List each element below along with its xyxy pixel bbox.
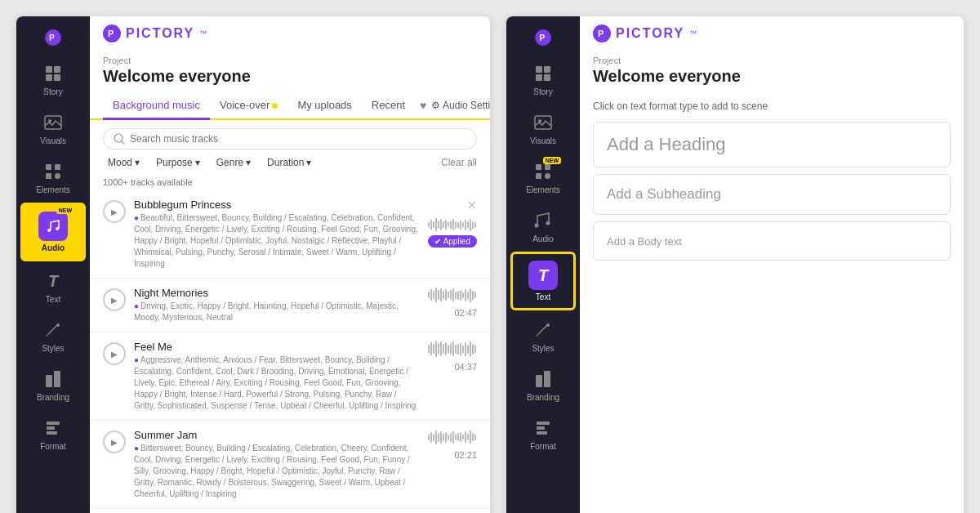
sidebar-item-format-right[interactable]: Format (510, 410, 576, 457)
right-project-title: Welcome everyone (593, 67, 951, 86)
tab-voice-over[interactable]: Voice-over (210, 92, 287, 120)
track-tags-2: ●Aggressive, Anthemic, Anxious / Fear, B… (134, 355, 420, 412)
track-play-btn-0[interactable]: ▶ (103, 200, 126, 223)
tab-my-uploads[interactable]: My uploads (287, 92, 361, 120)
table-row[interactable]: ▶ Night Memories ●Driving, Exotic, Happy… (90, 279, 490, 332)
heading-label: Add a Heading (607, 134, 726, 154)
left-project-title: Welcome everyone (103, 67, 477, 86)
audio-settings-btn[interactable]: ⚙ Audio Settings (431, 100, 490, 111)
tab-background-music[interactable]: Background music (103, 92, 210, 120)
right-panel-hint: Click on text format type to add to scen… (580, 92, 964, 122)
search-input[interactable] (130, 133, 466, 145)
audio-new-badge-left: NEW (56, 207, 74, 214)
sidebar-item-elements-right[interactable]: NEW Elements (510, 154, 576, 201)
audio-icon-wrap-left: NEW (38, 212, 68, 241)
elements-icon-right: NEW (532, 160, 555, 183)
track-tags-1: ●Driving, Exotic, Happy / Bright, Haunti… (134, 301, 420, 323)
track-play-btn-2[interactable]: ▶ (103, 342, 126, 365)
svg-rect-15 (46, 375, 52, 387)
styles-icon-left (42, 319, 65, 341)
tab-heart[interactable]: ♥ (415, 92, 431, 118)
svg-point-37 (546, 323, 550, 327)
sidebar-item-branding-left[interactable]: Branding (20, 361, 86, 408)
sidebar-label-elements-right: Elements (526, 185, 560, 194)
sidebar-label-audio-right: Audio (532, 234, 554, 243)
table-row[interactable]: ▶ Feel Me ●Aggressive, Anthemic, Anxious… (90, 332, 490, 421)
svg-rect-16 (54, 371, 60, 387)
pictory-tm-left: ™ (199, 29, 207, 38)
clear-all-btn[interactable]: Clear all (441, 157, 477, 168)
track-close-0[interactable]: ✕ (467, 199, 477, 212)
track-info-2: Feel Me ●Aggressive, Anthemic, Anxious /… (134, 341, 420, 412)
waveform-1 (428, 287, 477, 303)
svg-text:P: P (49, 33, 55, 42)
story-icon-left (42, 62, 65, 85)
table-row[interactable]: ▶ Bubblegum Princess ●Beautiful, Bitters… (90, 190, 490, 279)
elements-icon-left (42, 160, 65, 183)
svg-rect-39 (544, 371, 550, 387)
svg-rect-4 (46, 74, 52, 81)
waveform-2 (428, 341, 477, 357)
sidebar-item-story-left[interactable]: Story (20, 56, 86, 103)
svg-rect-32 (545, 164, 550, 170)
sidebar-item-branding-right[interactable]: Branding (510, 361, 576, 408)
sidebar-item-audio-left[interactable]: NEW Audio (20, 203, 86, 261)
filter-purpose[interactable]: Purpose ▾ (151, 154, 205, 171)
sidebar-item-text-left[interactable]: T Text (20, 263, 86, 310)
track-list: ▶ Bubblegum Princess ●Beautiful, Bitters… (90, 190, 490, 513)
tab-recent[interactable]: Recent (362, 92, 415, 120)
sidebar-label-audio-left: Audio (42, 243, 65, 252)
waveform-0 (428, 216, 477, 233)
left-panel-content: P PICTORY™ Project Welcome everyone Back… (90, 16, 490, 513)
sidebar-item-styles-right[interactable]: Styles (510, 312, 576, 359)
tracks-count: 1000+ tracks available (90, 177, 490, 190)
table-row[interactable]: ▶ After Sunset ●Anthemic, Bittersweet, B… (90, 509, 490, 513)
sidebar-item-visuals-right[interactable]: Visuals (510, 105, 576, 152)
track-right-1: 02:47 (428, 287, 477, 318)
pictory-logo-icon-right: P (535, 29, 551, 46)
text-format-list: Add a Heading Add a Subheading Add a Bod… (580, 122, 964, 261)
table-row[interactable]: ▶ Summer Jam ●Bittersweet, Bouncy, Build… (90, 421, 490, 509)
left-project-header: Project Welcome everyone (90, 46, 490, 92)
right-logo: P (535, 23, 551, 54)
voice-over-dot (272, 103, 278, 109)
pictory-tm-right: ™ (689, 29, 697, 38)
text-format-subheading[interactable]: Add a Subheading (593, 174, 951, 215)
sidebar-item-elements-left[interactable]: Elements (20, 154, 86, 201)
sidebar-label-styles-left: Styles (42, 344, 64, 353)
sidebar-label-visuals-right: Visuals (530, 136, 556, 145)
filter-genre[interactable]: Genre ▾ (212, 154, 256, 171)
visuals-icon-left (42, 111, 65, 134)
sidebar-item-format-left[interactable]: Format (20, 410, 86, 457)
sidebar-label-elements-left: Elements (36, 185, 70, 194)
track-duration-1: 02:47 (454, 308, 477, 318)
left-sidebar: P Story (16, 16, 90, 513)
svg-rect-19 (47, 431, 57, 435)
elements-new-badge-right: NEW (543, 157, 561, 164)
sidebar-item-text-right[interactable]: T Text (510, 252, 576, 310)
right-project-label: Project (593, 56, 951, 65)
track-play-btn-3[interactable]: ▶ (103, 430, 126, 453)
sidebar-item-styles-left[interactable]: Styles (20, 312, 86, 359)
sidebar-label-format-left: Format (40, 442, 66, 451)
sidebar-label-branding-right: Branding (527, 393, 559, 402)
right-panel-content: P PICTORY™ Project Welcome everyone Clic… (580, 16, 964, 513)
pictory-logo-svg-left: P (103, 25, 121, 42)
text-format-body[interactable]: Add a Body text (593, 221, 951, 261)
sidebar-item-visuals-left[interactable]: Visuals (20, 105, 86, 152)
text-format-heading[interactable]: Add a Heading (593, 122, 951, 167)
filters-bar: Mood ▾ Purpose ▾ Genre ▾ Duration ▾ Clea… (90, 154, 490, 177)
sidebar-label-text-right: Text (536, 292, 550, 301)
filter-mood[interactable]: Mood ▾ (103, 154, 145, 171)
filter-duration[interactable]: Duration ▾ (262, 154, 316, 171)
track-tags-0: ●Beautiful, Bittersweet, Bouncy, Buildin… (134, 212, 420, 270)
sidebar-item-story-right[interactable]: Story (510, 56, 576, 103)
pictory-logo-svg-right: P (593, 25, 611, 42)
audio-icon-right (532, 209, 555, 232)
track-play-btn-1[interactable]: ▶ (103, 288, 126, 311)
sidebar-item-audio-right[interactable]: Audio (510, 203, 576, 250)
track-duration-3: 02:21 (454, 450, 477, 460)
svg-text:P: P (539, 33, 545, 42)
branding-icon-left (42, 368, 65, 390)
sidebar-label-story-right: Story (533, 87, 552, 96)
